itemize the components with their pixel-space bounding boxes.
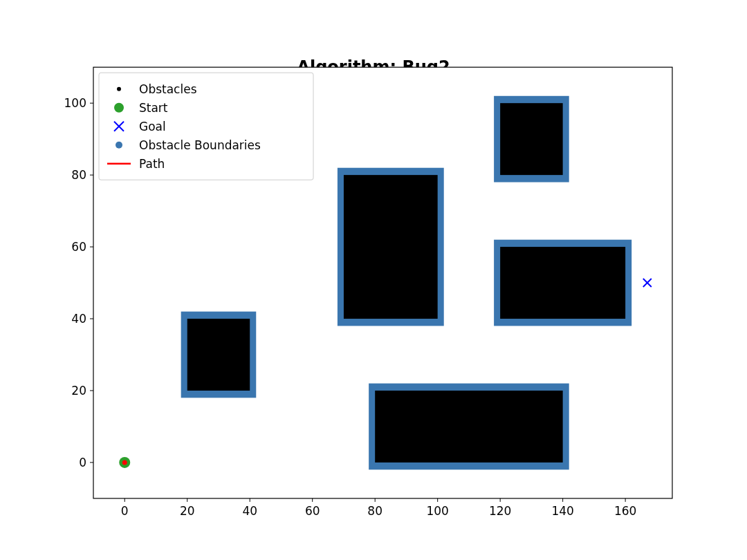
x-tick-label: 0 bbox=[121, 504, 129, 518]
obstacle bbox=[375, 391, 562, 463]
x-tick-label: 100 bbox=[426, 504, 448, 518]
legend-label: Path bbox=[139, 157, 165, 171]
x-tick-label: 20 bbox=[180, 504, 195, 518]
legend-marker-dot bbox=[117, 87, 121, 91]
y-tick-label: 40 bbox=[71, 312, 86, 326]
x-tick-label: 140 bbox=[551, 504, 573, 518]
y-tick-label: 20 bbox=[71, 384, 86, 398]
x-tick-label: 160 bbox=[614, 504, 636, 518]
legend: ObstaclesStartGoalObstacle BoundariesPat… bbox=[99, 73, 313, 180]
legend-frame bbox=[99, 73, 313, 180]
y-tick-label: 80 bbox=[71, 168, 86, 182]
legend-label: Goal bbox=[139, 120, 166, 133]
y-tick-label: 100 bbox=[64, 96, 86, 110]
x-tick-label: 40 bbox=[242, 504, 257, 518]
legend-marker-dot bbox=[116, 142, 122, 149]
legend-marker-dot bbox=[114, 103, 124, 113]
y-tick-label: 60 bbox=[71, 240, 86, 254]
x-tick-label: 120 bbox=[489, 504, 511, 518]
chart-svg: Algorithm: Bug2 020406080100120140160020… bbox=[0, 0, 747, 560]
legend-label: Obstacles bbox=[139, 82, 197, 96]
legend-label: Obstacle Boundaries bbox=[139, 138, 261, 152]
legend-label: Start bbox=[139, 101, 168, 115]
x-tick-label: 80 bbox=[367, 504, 382, 518]
obstacle bbox=[500, 103, 562, 175]
obstacle bbox=[344, 175, 438, 319]
path-start-dot bbox=[122, 460, 127, 465]
y-tick-label: 0 bbox=[79, 456, 86, 469]
x-tick-label: 60 bbox=[305, 504, 320, 518]
obstacle bbox=[187, 319, 250, 391]
chart-container: Algorithm: Bug2 020406080100120140160020… bbox=[0, 0, 747, 560]
obstacle bbox=[500, 247, 625, 319]
